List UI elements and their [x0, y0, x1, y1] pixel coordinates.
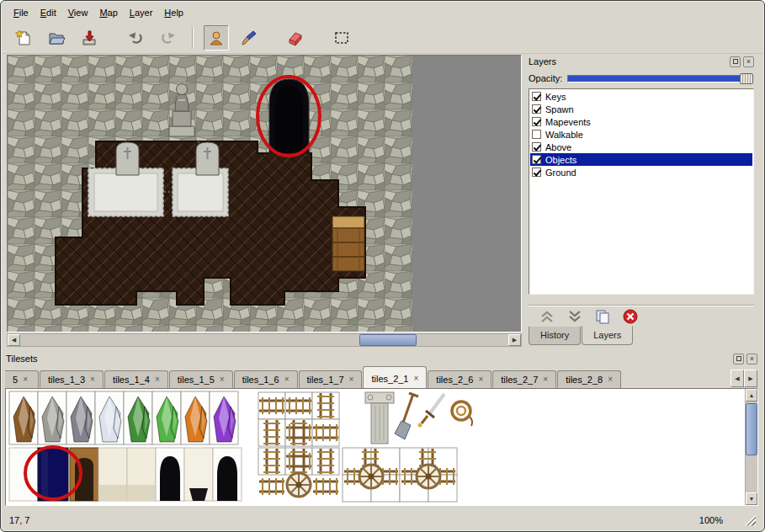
cursor-coordinates: 17, 7 [9, 515, 29, 525]
float-dock-button[interactable] [733, 354, 744, 364]
layer-visibility-checkbox[interactable] [532, 92, 541, 101]
map-canvas[interactable] [8, 56, 521, 332]
tilesets-dock: Tilesets × 5× tiles_1_3× tiles_1_4× tile… [4, 352, 759, 508]
layer-visibility-checkbox[interactable] [532, 104, 541, 114]
tileset-tab[interactable]: tiles_2_8× [557, 370, 621, 388]
tab-close-icon[interactable]: × [284, 375, 290, 384]
opacity-label: Opacity: [529, 73, 562, 83]
opacity-slider-track[interactable] [567, 75, 753, 82]
resize-grip[interactable] [745, 515, 756, 526]
layer-visibility-checkbox[interactable] [532, 130, 541, 139]
tab-scroll-right-icon[interactable]: ▶ [744, 370, 757, 387]
menu-help[interactable]: Help [158, 5, 189, 20]
menu-layer[interactable]: Layer [124, 5, 159, 20]
layer-row[interactable]: Keys [530, 90, 752, 103]
brush-tool-button[interactable] [236, 25, 262, 51]
new-map-button[interactable] [11, 25, 36, 51]
tileset-tab[interactable]: tiles_1_4× [104, 370, 168, 388]
app-window: File Edit View Map Layer Help [0, 0, 765, 532]
delete-layer-button[interactable] [620, 308, 640, 325]
close-dock-button[interactable]: × [743, 56, 754, 67]
close-dock-button[interactable]: × [746, 354, 757, 364]
tab-close-icon[interactable]: × [478, 375, 483, 384]
open-button[interactable] [44, 25, 69, 51]
tileset-tab[interactable]: tiles_1_3× [40, 370, 104, 388]
new-file-icon [14, 29, 33, 47]
float-icon [736, 356, 741, 361]
scroll-up-icon[interactable]: ▲ [746, 389, 757, 402]
map-viewport [7, 55, 522, 332]
layer-name: Spawn [545, 104, 574, 114]
tab-history[interactable]: History [529, 327, 581, 345]
undo-arrow-icon [126, 29, 145, 47]
tab-close-icon[interactable]: × [414, 375, 419, 383]
tileset-tab[interactable]: tiles_2_6× [428, 370, 491, 388]
selection-tool-button[interactable] [329, 25, 354, 51]
layer-name: Above [545, 142, 571, 152]
map-horizontal-scrollbar[interactable]: ◀ ▶ [7, 333, 522, 347]
tab-close-icon[interactable]: × [23, 375, 28, 384]
layer-visibility-checkbox[interactable] [532, 155, 541, 164]
tab-close-icon[interactable]: × [220, 375, 225, 384]
tab-close-icon[interactable]: × [543, 375, 548, 384]
tileset-tab[interactable]: tiles_1_7× [299, 370, 363, 388]
tab-scroll-left-icon[interactable]: ◀ [730, 370, 744, 387]
layer-name: Keys [545, 92, 566, 102]
duplicate-layer-button[interactable] [592, 308, 613, 325]
tab-close-icon[interactable]: × [349, 375, 354, 384]
menu-map[interactable]: Map [93, 5, 123, 20]
tab-close-icon[interactable]: × [155, 375, 160, 384]
layers-dock-title: Layers [529, 56, 727, 66]
tab-close-icon[interactable]: × [608, 375, 613, 384]
raise-layer-button[interactable] [537, 308, 557, 325]
layer-visibility-checkbox[interactable] [532, 117, 541, 126]
tileset-tab[interactable]: 5× [5, 370, 39, 388]
scroll-down-icon[interactable]: ▼ [746, 492, 757, 505]
opacity-slider[interactable] [567, 73, 754, 84]
tab-close-icon[interactable]: × [90, 375, 95, 384]
float-dock-button[interactable] [730, 56, 741, 67]
menu-edit[interactable]: Edit [35, 5, 62, 20]
layer-row[interactable]: Mapevents [530, 115, 752, 128]
opacity-row: Opacity: [529, 71, 754, 86]
statusbar: 17, 7 100% [3, 511, 762, 529]
scroll-left-icon[interactable]: ◀ [8, 334, 20, 346]
chevrons-up-icon [539, 310, 555, 323]
stamp-tool-button[interactable] [204, 25, 229, 51]
menu-file[interactable]: File [8, 5, 35, 20]
tileset-vertical-scrollbar[interactable]: ▲ ▼ [745, 389, 757, 505]
tileset-tracks-top [258, 392, 339, 446]
scroll-right-icon[interactable]: ▶ [508, 334, 521, 346]
tileset-tab-bar: 5× tiles_1_3× tiles_1_4× tiles_1_5× tile… [4, 365, 759, 388]
close-icon: × [750, 355, 754, 363]
tileset-tab[interactable]: tiles_2_1× [363, 366, 427, 388]
redo-button[interactable] [156, 25, 181, 51]
tileset-row-crystals [9, 391, 238, 444]
layer-row[interactable]: Objects [530, 153, 752, 166]
opacity-slider-handle[interactable] [740, 73, 753, 84]
scrollbar-thumb[interactable] [746, 403, 757, 455]
undo-button[interactable] [123, 25, 148, 51]
zoom-level: 100% [699, 515, 723, 525]
tab-layers[interactable]: Layers [582, 326, 633, 345]
stamp-person-icon [207, 29, 226, 47]
tileset-tab[interactable]: tiles_1_5× [169, 370, 233, 388]
layer-row[interactable]: Walkable [530, 128, 752, 141]
platform-tile [173, 168, 228, 216]
layer-visibility-checkbox[interactable] [532, 168, 541, 177]
eraser-tool-button[interactable] [283, 25, 308, 51]
layer-row[interactable]: Above [530, 141, 752, 153]
layer-row[interactable]: Spawn [530, 103, 752, 115]
tab-label: tiles_1_7 [307, 375, 344, 385]
tileset-tab[interactable]: tiles_2_7× [492, 370, 556, 388]
tileset-canvas[interactable] [6, 389, 741, 503]
crate [332, 216, 364, 271]
lower-layer-button[interactable] [565, 308, 585, 325]
save-button[interactable] [77, 25, 102, 51]
scrollbar-thumb[interactable] [359, 334, 417, 346]
platform-tile [88, 168, 163, 216]
menu-view[interactable]: View [62, 5, 94, 20]
layer-visibility-checkbox[interactable] [532, 142, 541, 152]
layer-row[interactable]: Ground [530, 166, 752, 178]
tileset-tab[interactable]: tiles_1_6× [234, 370, 298, 388]
